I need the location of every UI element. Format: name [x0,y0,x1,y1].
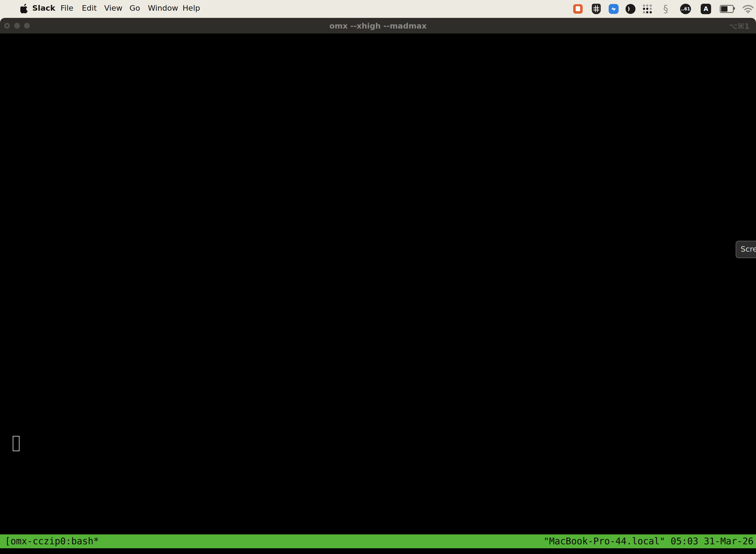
window-title: omx --xhigh --madmax [0,21,756,30]
battery-icon[interactable]: ⚡ [719,3,735,15]
menu-item-help[interactable]: Help [183,3,200,12]
terminal-window[interactable] [0,34,756,554]
wifi-icon[interactable] [742,3,754,15]
apple-menu-icon[interactable] [20,3,29,13]
tmux-session-label: [omx-cczip0:bash* [5,535,99,548]
menu-item-edit[interactable]: Edit [82,3,97,12]
battery-percent-icon[interactable]: ..61 [680,3,692,15]
shield-icon[interactable] [590,3,602,15]
grid-dots-icon[interactable] [641,3,653,15]
text-cursor [13,436,19,451]
squiggle-icon[interactable]: § [660,3,672,15]
a-key-icon[interactable]: A [700,3,712,15]
tmux-host-clock: "MacBook-Pro-44.local" 05:03 31-Mar-26 [544,535,754,548]
menu-item-file[interactable]: File [61,3,73,12]
menu-item-view[interactable]: View [104,3,123,12]
menu-bar: Slack File Edit View Go Window Help § ..… [0,0,756,18]
tmux-status-bar: [omx-cczip0:bash* "MacBook-Pro-44.local"… [0,535,756,548]
screenshot-popup-button[interactable]: Scre [736,241,756,258]
menu-app-name[interactable]: Slack [32,3,55,12]
chat-app-icon[interactable] [572,3,584,15]
menu-item-go[interactable]: Go [129,3,140,12]
menu-item-window[interactable]: Window [148,3,178,12]
window-shortcut-hint: ⌥⌘1 [729,22,750,31]
crescent-app-icon[interactable] [625,3,636,15]
zigzag-badge-icon[interactable] [608,3,620,15]
